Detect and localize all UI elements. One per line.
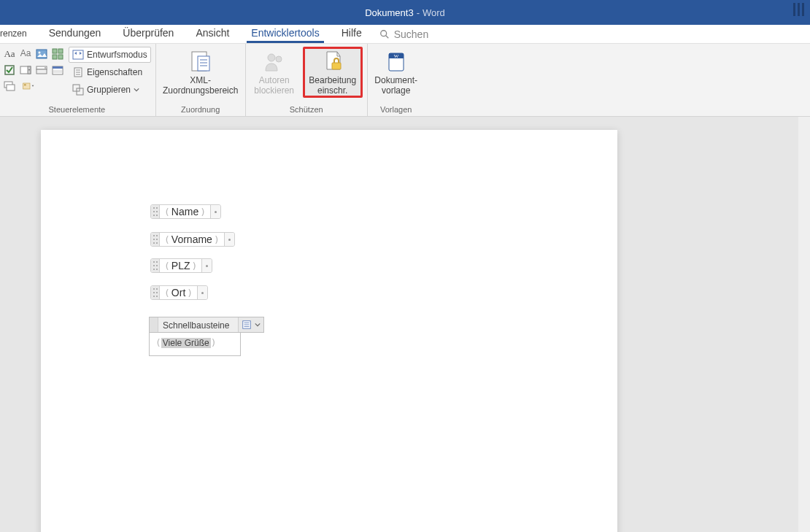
xml-mapping-icon — [189, 50, 212, 74]
svg-rect-12 — [36, 69, 47, 74]
ribbon-tabstrip: renzen Sendungen Überprüfen Ansicht Entw… — [0, 25, 810, 44]
cc-end-icon — [197, 286, 207, 299]
group-icon — [72, 84, 84, 96]
ribbon: Aa Aa Entwurf — [0, 44, 810, 117]
field-vorname[interactable]: (Vorname) — [150, 232, 235, 247]
doc-name: Dokument3 — [365, 7, 413, 18]
datepicker-control-icon[interactable] — [51, 64, 64, 76]
ribbon-display-options-icon[interactable] — [793, 3, 804, 16]
svg-rect-21 — [24, 84, 26, 85]
xml-mapping-label-2: Zuordnungsbereich — [163, 85, 238, 96]
restrict-editing-button[interactable]: Bearbeitung einschr. — [303, 47, 363, 98]
document-template-button[interactable]: W Dokument- vorlage — [372, 47, 420, 98]
document-template-label-1: Dokument- — [374, 75, 417, 85]
field-ort[interactable]: (Ort) — [150, 285, 208, 300]
tab-ueberpruefen[interactable]: Überprüfen — [118, 24, 178, 43]
svg-text:W: W — [393, 53, 398, 59]
svg-rect-22 — [73, 50, 83, 59]
svg-rect-20 — [23, 83, 30, 89]
restrict-editing-label-2: einschr. — [317, 85, 347, 96]
block-authors-button: Autoren blockieren — [250, 47, 298, 98]
picture-control-icon[interactable] — [35, 48, 48, 60]
group-mapping-caption: Zuordnung — [161, 104, 241, 116]
group-label: Gruppieren — [87, 85, 131, 95]
restrict-editing-icon — [321, 50, 344, 74]
field-plz-label: PLZ — [171, 260, 190, 271]
dropdown-control-icon[interactable] — [35, 64, 48, 76]
chevron-down-icon — [134, 87, 139, 93]
group-controls-caption: Steuerelemente — [3, 104, 151, 116]
gallery-icon — [242, 320, 252, 330]
svg-rect-36 — [332, 63, 341, 69]
design-mode-button[interactable]: Entwurfsmodus — [69, 47, 151, 63]
buildingblock-gallery-body[interactable]: ( Viele Grüße ) — [149, 333, 241, 356]
group-templates: W Dokument- vorlage Vorlagen — [368, 44, 425, 116]
tell-me-search[interactable]: Suchen — [379, 28, 428, 43]
svg-point-35 — [276, 56, 282, 62]
field-name-label: Name — [171, 206, 198, 217]
properties-label: Eigenschaften — [87, 67, 142, 77]
plaintext-control-icon[interactable]: Aa — [19, 48, 32, 60]
title-bar: Dokument3 - Word — [0, 0, 810, 25]
cc-handle-icon[interactable] — [151, 259, 160, 272]
repeating-control-icon[interactable] — [3, 80, 16, 92]
block-authors-icon — [263, 50, 286, 74]
checkbox-control-icon[interactable] — [3, 64, 16, 76]
buildingblock-selected-text[interactable]: Viele Grüße — [161, 338, 211, 348]
buildingblock-dropdown[interactable] — [238, 317, 263, 332]
buildingblock-title: Schnellbausteine — [158, 317, 235, 332]
design-mode-icon — [72, 49, 84, 61]
tab-sendungen[interactable]: Sendungen — [45, 24, 106, 43]
restrict-editing-label-1: Bearbeitung — [309, 75, 356, 85]
xml-mapping-pane-button[interactable]: XML- Zuordnungsbereich — [161, 47, 241, 98]
group-controls: Aa Aa Entwurf — [0, 44, 156, 116]
svg-rect-19 — [7, 85, 15, 90]
svg-line-1 — [385, 36, 388, 39]
svg-rect-6 — [53, 55, 57, 59]
svg-point-3 — [39, 52, 41, 54]
cc-handle-icon[interactable] — [151, 233, 160, 246]
vertical-scrollbar[interactable] — [798, 117, 810, 532]
field-name[interactable]: (Name) — [150, 204, 221, 219]
tab-references-partial[interactable]: renzen — [0, 26, 31, 43]
svg-rect-2 — [36, 50, 47, 58]
document-template-icon: W — [385, 50, 408, 74]
group-templates-caption: Vorlagen — [372, 104, 420, 116]
cc-handle-icon[interactable] — [151, 205, 160, 218]
tab-ansicht[interactable]: Ansicht — [191, 24, 234, 43]
svg-rect-5 — [58, 49, 63, 53]
cc-handle-icon[interactable] — [151, 286, 160, 299]
svg-rect-30 — [198, 56, 209, 71]
group-protect: Autoren blockieren Bearbeitung einschr. … — [246, 44, 368, 116]
buildingblock-control-icon[interactable] — [51, 48, 64, 60]
svg-point-0 — [380, 31, 386, 36]
title-sep: - — [417, 7, 420, 18]
properties-button[interactable]: Eigenschaften — [69, 64, 151, 80]
svg-rect-7 — [58, 55, 63, 59]
cc-handle-icon[interactable] — [150, 317, 158, 332]
cc-end-icon — [224, 233, 234, 246]
svg-rect-14 — [53, 66, 63, 69]
search-icon — [379, 29, 390, 39]
field-ort-label: Ort — [171, 287, 185, 298]
combobox-control-icon[interactable] — [19, 64, 32, 76]
search-placeholder: Suchen — [394, 28, 428, 40]
group-mapping: XML- Zuordnungsbereich Zuordnung — [156, 44, 246, 116]
richtext-control-icon[interactable]: Aa — [3, 48, 16, 60]
legacy-tools-icon[interactable] — [19, 80, 38, 92]
document-template-label-2: vorlage — [382, 85, 410, 96]
buildingblock-gallery-header[interactable]: Schnellbausteine — [149, 317, 264, 333]
group-protect-caption: Schützen — [250, 104, 363, 116]
svg-rect-4 — [53, 49, 57, 53]
document-canvas[interactable]: (Name) (Vorname) (PLZ) (Ort) — [0, 117, 810, 532]
properties-icon — [72, 66, 84, 78]
app-name: Word — [423, 7, 445, 18]
field-vorname-label: Vorname — [171, 234, 212, 245]
field-plz[interactable]: (PLZ) — [150, 258, 212, 273]
tab-hilfe[interactable]: Hilfe — [337, 24, 366, 43]
cc-end-icon — [201, 259, 212, 272]
document-page[interactable]: (Name) (Vorname) (PLZ) (Ort) — [41, 130, 617, 532]
group-button[interactable]: Gruppieren — [69, 82, 151, 98]
design-mode-label: Entwurfsmodus — [87, 50, 147, 60]
tab-entwicklertools[interactable]: Entwicklertools — [247, 24, 323, 43]
